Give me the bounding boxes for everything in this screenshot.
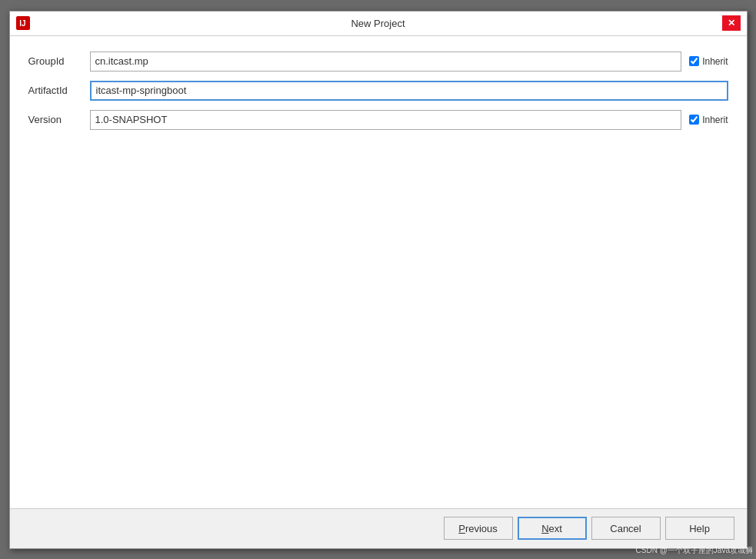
artifactid-input[interactable] (90, 81, 728, 101)
close-button[interactable]: ✕ (722, 15, 741, 31)
help-label: Help (689, 523, 710, 534)
version-inherit-checkbox[interactable] (689, 115, 699, 125)
dialog-title: New Project (351, 18, 405, 29)
groupid-label: GroupId (28, 55, 90, 67)
groupid-input[interactable] (90, 52, 682, 72)
version-inherit: Inherit (689, 115, 728, 125)
version-input[interactable] (90, 110, 682, 130)
groupid-inherit-label: Inherit (702, 56, 728, 67)
cancel-button[interactable]: Cancel (591, 517, 661, 540)
version-row: Version Inherit (28, 110, 728, 130)
groupid-inherit: Inherit (689, 56, 728, 67)
version-inherit-label: Inherit (702, 115, 728, 125)
content-area: GroupId Inherit ArtifactId Version Inher… (10, 36, 747, 508)
artifactid-label: ArtifactId (28, 85, 90, 96)
version-label: Version (28, 114, 90, 125)
help-button[interactable]: Help (665, 517, 734, 540)
new-project-dialog: IJ New Project ✕ GroupId Inherit Artifac… (9, 11, 748, 549)
title-bar-left: IJ (16, 16, 30, 30)
footer: Previous Next Cancel Help (10, 508, 747, 548)
previous-label-rest: revious (465, 523, 498, 534)
title-bar: IJ New Project ✕ (10, 12, 747, 36)
app-icon: IJ (16, 16, 30, 30)
cancel-label: Cancel (610, 523, 641, 534)
previous-button[interactable]: Previous (444, 517, 513, 540)
groupid-inherit-checkbox[interactable] (689, 56, 699, 66)
next-button[interactable]: Next (518, 517, 587, 540)
next-label-rest: ext (549, 523, 562, 534)
artifactid-row: ArtifactId (28, 81, 728, 101)
groupid-row: GroupId Inherit (28, 52, 728, 72)
